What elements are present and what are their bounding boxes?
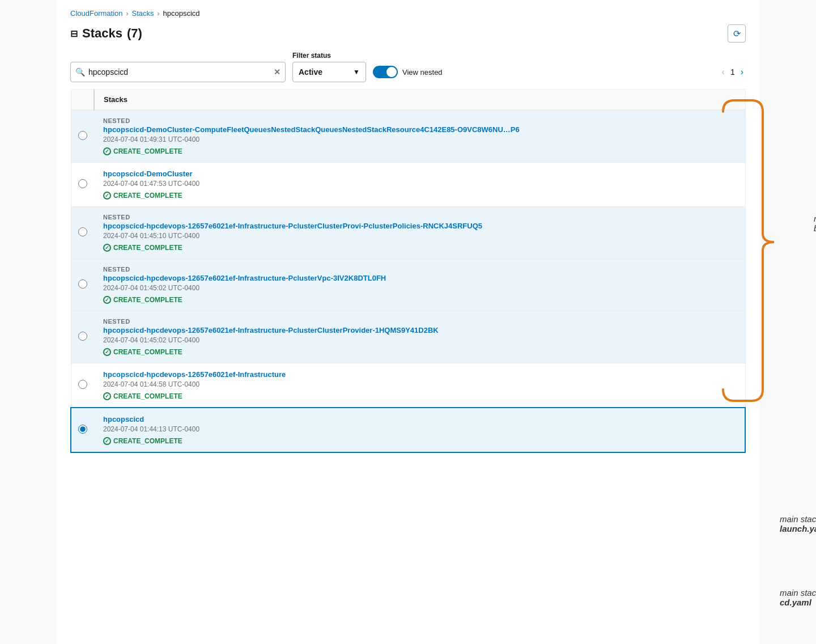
title-text: Stacks xyxy=(82,26,122,41)
stack-radio-6[interactable] xyxy=(78,380,87,389)
filter-row: 🔍 ✕ Filter status Active ▼ View nested ‹… xyxy=(70,52,746,82)
stack-date: 2024-07-04 01:44:13 UTC-0400 xyxy=(103,425,736,433)
breadcrumb-sep-2: › xyxy=(158,10,160,18)
nested-label: NESTED xyxy=(103,318,736,325)
nested-label: NESTED xyxy=(103,266,736,273)
filter-status-value: Active xyxy=(299,67,350,77)
stack-radio-2[interactable] xyxy=(78,179,87,188)
status-badge: ✓CREATE_COMPLETE xyxy=(103,147,182,155)
filter-dropdown-arrow: ▼ xyxy=(353,68,360,76)
filter-status-wrapper: Filter status Active ▼ xyxy=(292,52,366,82)
status-text: CREATE_COMPLETE xyxy=(113,392,182,400)
table-row: NESTEDhpcopscicd-hpcdevops-12657e6021ef-… xyxy=(71,207,745,259)
filter-status-select[interactable]: Active ▼ xyxy=(292,62,366,82)
table-row: NESTEDhpcopscicd-hpcdevops-12657e6021ef-… xyxy=(71,311,745,363)
nested-annotation: nested stacks deployedby Cluster-launch.… xyxy=(814,214,816,233)
pagination-current: 1 xyxy=(730,67,735,77)
stacks-table: Stacks NESTEDhpcopscicd-DemoCluster-Comp… xyxy=(70,89,746,453)
status-text: CREATE_COMPLETE xyxy=(113,437,182,445)
status-text: CREATE_COMPLETE xyxy=(113,147,182,155)
stack-name[interactable]: hpcopscicd-hpcdevops-12657e6021ef-Infras… xyxy=(103,222,736,230)
status-badge: ✓CREATE_COMPLETE xyxy=(103,437,182,445)
stack-radio-5[interactable] xyxy=(78,332,87,341)
status-check-icon: ✓ xyxy=(103,392,111,400)
view-nested-toggle[interactable] xyxy=(373,66,398,78)
table-row: NESTEDhpcopscicd-DemoCluster-ComputeFlee… xyxy=(71,110,745,163)
collapse-icon[interactable]: ⊟ xyxy=(70,28,78,39)
status-check-icon: ✓ xyxy=(103,192,111,200)
search-input[interactable] xyxy=(88,67,270,77)
breadcrumb-current: hpcopscicd xyxy=(163,9,200,18)
status-text: CREATE_COMPLETE xyxy=(113,244,182,252)
stack-name[interactable]: hpcopscicd-DemoCluster xyxy=(103,170,736,178)
status-badge: ✓CREATE_COMPLETE xyxy=(103,192,182,200)
radio-col-header xyxy=(71,90,94,111)
status-check-icon: ✓ xyxy=(103,437,111,445)
clear-search-icon[interactable]: ✕ xyxy=(274,67,280,77)
stack-date: 2024-07-04 01:45:02 UTC-0400 xyxy=(103,336,736,344)
status-badge: ✓CREATE_COMPLETE xyxy=(103,244,182,252)
stack-date: 2024-07-04 01:49:31 UTC-0400 xyxy=(103,135,736,143)
view-nested-wrapper: View nested xyxy=(373,62,443,82)
pagination-prev[interactable]: ‹ xyxy=(720,67,727,77)
stack-radio-3[interactable] xyxy=(78,227,87,236)
breadcrumb-cloudformation[interactable]: CloudFormation xyxy=(70,9,123,18)
status-check-icon: ✓ xyxy=(103,244,111,252)
status-text: CREATE_COMPLETE xyxy=(113,296,182,304)
status-badge: ✓CREATE_COMPLETE xyxy=(103,392,182,400)
table-row: hpcopscicd2024-07-04 01:44:13 UTC-0400✓C… xyxy=(71,408,745,452)
status-check-icon: ✓ xyxy=(103,348,111,356)
stack-name[interactable]: hpcopscicd xyxy=(103,415,736,423)
stack-name[interactable]: hpcopscicd-hpcdevops-12657e6021ef-Infras… xyxy=(103,274,736,282)
stack-name[interactable]: hpcopscicd-hpcdevops-12657e6021ef-Infras… xyxy=(103,370,736,379)
breadcrumb-stacks[interactable]: Stacks xyxy=(132,9,154,18)
nested-label: NESTED xyxy=(103,117,736,124)
stack-name[interactable]: hpcopscicd-hpcdevops-12657e6021ef-Infras… xyxy=(103,326,736,334)
refresh-icon: ⟳ xyxy=(733,28,741,39)
nested-label: NESTED xyxy=(103,214,736,221)
page-title-row: ⊟ Stacks (7) ⟳ xyxy=(70,24,746,43)
pagination-next[interactable]: › xyxy=(738,67,746,77)
search-icon: 🔍 xyxy=(75,67,85,77)
pagination: ‹ 1 › xyxy=(720,62,746,82)
stack-radio-4[interactable] xyxy=(78,279,87,289)
status-text: CREATE_COMPLETE xyxy=(113,348,182,356)
stacks-table-wrapper: Stacks NESTEDhpcopscicd-DemoCluster-Comp… xyxy=(70,89,746,453)
stack-radio-1[interactable] xyxy=(78,131,87,140)
status-text: CREATE_COMPLETE xyxy=(113,192,182,200)
refresh-button[interactable]: ⟳ xyxy=(728,24,746,43)
table-row: hpcopscicd-DemoCluster2024-07-04 01:47:5… xyxy=(71,163,745,207)
page-title: ⊟ Stacks (7) xyxy=(70,26,142,41)
breadcrumb: CloudFormation › Stacks › hpcopscicd xyxy=(70,9,746,18)
breadcrumb-sep-1: › xyxy=(126,10,129,18)
filter-status-label: Filter status xyxy=(292,52,366,60)
stack-date: 2024-07-04 01:45:02 UTC-0400 xyxy=(103,284,736,292)
stack-date: 2024-07-04 01:44:58 UTC-0400 xyxy=(103,380,736,388)
view-nested-label: View nested xyxy=(402,68,443,77)
stack-name[interactable]: hpcopscicd-DemoCluster-ComputeFleetQueue… xyxy=(103,125,736,134)
stacks-col-header: Stacks xyxy=(94,90,745,111)
status-check-icon: ✓ xyxy=(103,296,111,304)
status-badge: ✓CREATE_COMPLETE xyxy=(103,296,182,304)
status-check-icon: ✓ xyxy=(103,147,111,155)
main-cluster-annotation: main stack deployed by Cluster-launch.ya… xyxy=(780,514,816,533)
stack-date: 2024-07-04 01:47:53 UTC-0400 xyxy=(103,180,736,188)
status-badge: ✓CREATE_COMPLETE xyxy=(103,348,182,356)
stack-count: (7) xyxy=(127,26,142,41)
stack-date: 2024-07-04 01:45:10 UTC-0400 xyxy=(103,232,736,240)
main-hpcops-annotation: main stack deployed by hpc-ops-ci-cd.yam… xyxy=(780,588,816,607)
search-container: 🔍 ✕ xyxy=(70,62,286,82)
table-row: hpcopscicd-hpcdevops-12657e6021ef-Infras… xyxy=(71,363,745,408)
table-row: NESTEDhpcopscicd-hpcdevops-12657e6021ef-… xyxy=(71,259,745,311)
stack-radio-7[interactable] xyxy=(78,425,87,434)
